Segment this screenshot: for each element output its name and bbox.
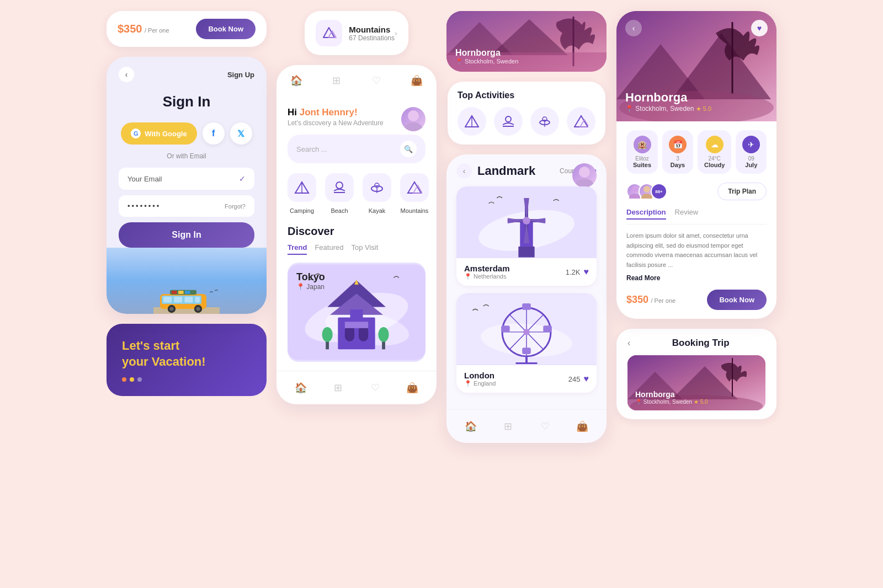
amsterdam-card[interactable]: Amsterdam 📍 Netherlands 1.2K ♥: [456, 186, 597, 286]
greeting-name: Jont Hennry!: [300, 107, 358, 117]
svg-rect-6: [195, 297, 200, 303]
price-unit: / Per one: [651, 297, 676, 304]
book-now-button[interactable]: Book Now: [707, 290, 767, 310]
london-name: London: [464, 371, 496, 380]
heart-icon: ♥: [584, 267, 589, 277]
read-more-link[interactable]: Read More: [626, 274, 767, 282]
book-now-button-top[interactable]: Book Now: [196, 19, 256, 39]
avatars-row: 88+ Trip Plan: [626, 183, 767, 200]
email-field[interactable]: Your Email ✓: [119, 168, 254, 190]
amsterdam-image: [456, 186, 597, 258]
mountains-card[interactable]: Mountains 67 Destinations ›: [305, 11, 408, 55]
landmark-back-button[interactable]: ‹: [456, 163, 472, 179]
pin-small-icon: 📍: [464, 273, 472, 280]
destination-tokyo-card[interactable]: Tokyo 📍 Japan: [288, 263, 425, 362]
svg-point-92: [631, 186, 638, 193]
svg-point-41: [322, 327, 333, 342]
svg-point-43: [378, 327, 389, 342]
london-location: 📍 England: [464, 380, 496, 387]
kayak-icon: [363, 173, 391, 202]
twitter-button[interactable]: 𝕏: [230, 122, 252, 145]
traveler-avatars: 88+: [626, 183, 667, 200]
signup-link[interactable]: Sign Up: [227, 71, 254, 79]
tab-description[interactable]: Description: [626, 208, 666, 220]
column-4: ‹ ♥ Hornborga 📍 Stockholm, Sweden ★ 5.0 …: [616, 11, 776, 419]
avatar-count: 88+: [651, 183, 667, 200]
activity-beach[interactable]: [494, 107, 523, 136]
beach-icon: [325, 173, 354, 202]
heart-landmark-nav[interactable]: ♡: [535, 416, 555, 436]
facebook-button[interactable]: f: [203, 122, 225, 145]
london-card[interactable]: London 📍 England 245 ♥: [456, 293, 597, 393]
signin-button[interactable]: Sign In: [119, 222, 254, 248]
home-nav-icon[interactable]: 🏠: [291, 378, 311, 398]
nav-home-icon[interactable]: 🏠: [286, 71, 306, 90]
activities-card: Top Activities: [448, 82, 605, 145]
nav-bag-icon[interactable]: 👜: [407, 71, 427, 90]
svg-rect-81: [522, 303, 531, 310]
forgot-link[interactable]: Forgot?: [225, 203, 246, 210]
category-camping[interactable]: Camping: [288, 173, 316, 215]
category-mountains[interactable]: Mountains: [400, 173, 429, 215]
avatar-svg: [401, 107, 425, 131]
svg-point-17: [408, 110, 419, 121]
activity-camping[interactable]: [458, 107, 486, 136]
twitter-icon: 𝕏: [237, 129, 244, 139]
google-signin-button[interactable]: G With Google: [121, 122, 196, 145]
svg-point-58: [579, 167, 590, 178]
detail-back-button[interactable]: ‹: [625, 20, 642, 36]
nav-heart-icon[interactable]: ♡: [366, 71, 386, 90]
booking-place-name: Hornborga: [635, 390, 708, 399]
landmark-inner: ‹ Landmark Country •••: [446, 154, 607, 409]
tab-featured[interactable]: Featured: [315, 243, 343, 255]
search-icon[interactable]: 🔍: [400, 141, 417, 157]
tab-review[interactable]: Review: [675, 208, 699, 220]
or-email-label: Or with Email: [119, 152, 254, 160]
booking-trip-card: ‹ Booking Trip Hornbor: [616, 329, 776, 419]
heart-nav-icon[interactable]: ♡: [365, 378, 385, 398]
nav-grid-icon[interactable]: ⊞: [327, 71, 347, 90]
category-kayak[interactable]: Kayak: [363, 173, 391, 215]
back-button[interactable]: ‹: [119, 67, 134, 82]
booking-trip-header: ‹ Booking Trip: [627, 338, 765, 349]
stat-days: 📅 3 Days: [662, 130, 693, 174]
pin-small-icon-2: 📍: [464, 380, 472, 387]
country-name: 📍 Japan: [296, 283, 325, 291]
trip-plan-button[interactable]: Trip Plan: [717, 183, 767, 200]
activity-kayak[interactable]: [530, 107, 559, 136]
detail-hero: ‹ ♥ Hornborga 📍 Stockholm, Sweden ★ 5.0: [616, 11, 776, 121]
search-bar[interactable]: Search ... 🔍: [288, 135, 425, 163]
booking-back-button[interactable]: ‹: [627, 338, 630, 348]
svg-rect-5: [184, 297, 193, 303]
amsterdam-name: Amsterdam: [464, 264, 510, 273]
booking-location: 📍 Stockholm, Sweden ★ 5.0: [635, 399, 708, 405]
pin-icon: 📍: [296, 283, 305, 291]
landmark-title: Landmark: [477, 164, 535, 178]
stat-weather: ☁ 24°C Cloudy: [698, 130, 731, 174]
svg-rect-35: [350, 309, 363, 318]
bag-landmark-nav[interactable]: 👜: [572, 416, 592, 436]
detail-heart-button[interactable]: ♥: [751, 20, 768, 36]
detail-hero-info: Hornborga 📍 Stockholm, Sweden ★ 5.0: [625, 90, 711, 113]
price-amount: $350: [626, 294, 648, 305]
price-bar: $350 / Per one Book Now: [107, 11, 267, 47]
grid-nav-icon[interactable]: ⊞: [328, 378, 348, 398]
tab-top-visit[interactable]: Top Visit: [351, 243, 378, 255]
detail-stats: 🏨 Elitoz Suites 📅 3 Days ☁ 24°C Cloudy ✈…: [626, 130, 767, 174]
activity-mountains[interactable]: [567, 107, 595, 136]
flight-icon: ✈: [742, 136, 760, 153]
detail-phone: ‹ ♥ Hornborga 📍 Stockholm, Sweden ★ 5.0 …: [616, 11, 776, 319]
grid-landmark-nav[interactable]: ⊞: [498, 416, 518, 436]
svg-point-18: [405, 122, 422, 131]
svg-point-80: [523, 329, 530, 335]
london-info: London 📍 England 245 ♥: [456, 365, 597, 393]
tokyo-info: Tokyo 📍 Japan: [296, 271, 325, 291]
home-landmark-nav[interactable]: 🏠: [461, 416, 481, 436]
tab-trend[interactable]: Trend: [288, 243, 307, 255]
rating-stars: ★ 5.0: [696, 105, 711, 112]
bag-nav-icon[interactable]: 👜: [402, 378, 422, 398]
column-3: Hornborga 📍 Stockholm, Sweden Top Activi…: [446, 11, 607, 443]
category-beach[interactable]: Beach: [325, 173, 354, 215]
password-field[interactable]: •••••••• Forgot?: [119, 195, 254, 217]
hornborga-top-card: Hornborga 📍 Stockholm, Sweden: [446, 11, 607, 72]
